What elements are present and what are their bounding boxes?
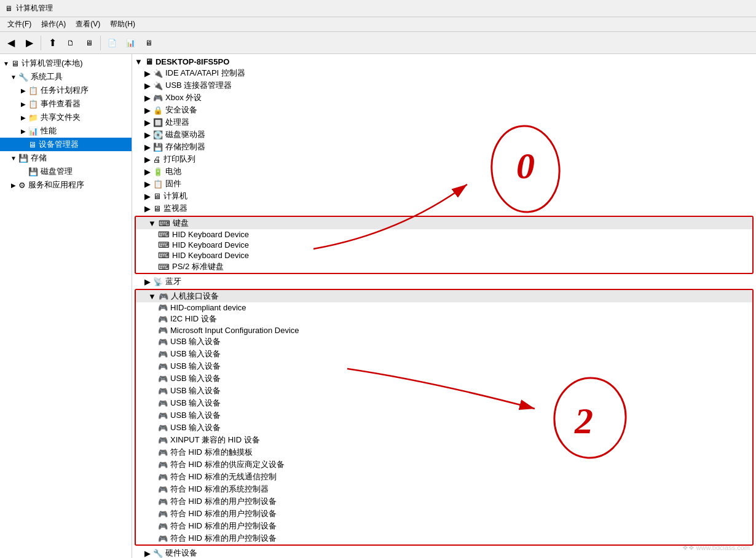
icon-keyboard-main: ⌨: [159, 219, 170, 228]
expand-print: ▶: [144, 155, 151, 164]
tree-monitor[interactable]: ▶ 🖥 监视器: [132, 202, 756, 214]
expand-arrow-device: [20, 141, 27, 148]
tree-user-ctrl-4[interactable]: 🎮 符合 HID 标准的用户控制设备: [136, 532, 752, 544]
icon-print: 🖨: [153, 155, 161, 164]
tree-keyboard[interactable]: ▼ ⌨ 键盘: [136, 217, 752, 229]
sidebar-item-task[interactable]: ▶ 📋 任务计划程序: [0, 84, 132, 97]
tree-hid-kbd-1[interactable]: ⌨ HID Keyboard Device: [136, 229, 752, 240]
sidebar-icon-perf: 📊: [28, 127, 38, 136]
tree-firmware[interactable]: ▶ 📋 固件: [132, 178, 756, 190]
tree-print[interactable]: ▶ 🖨 打印队列: [132, 153, 756, 165]
tree-usb-input-2[interactable]: 🎮 USB 输入设备: [136, 348, 752, 360]
label-monitor: 监视器: [163, 203, 187, 214]
title-bar-text: 计算机管理: [16, 3, 53, 14]
menu-file[interactable]: 文件(F): [2, 18, 36, 31]
tree-wireless[interactable]: 🎮 符合 HID 标准的无线通信控制: [136, 471, 752, 483]
sidebar-icon-disk: 💾: [28, 167, 38, 176]
icon-usb: 🔌: [153, 81, 163, 90]
tree-security[interactable]: ▶ 🔒 安全设备: [132, 104, 756, 116]
tree-hid-kbd-2[interactable]: ⌨ HID Keyboard Device: [136, 240, 752, 250]
toolbar-console[interactable]: 📄: [103, 34, 120, 52]
label-hid-kbd-3: HID Keyboard Device: [172, 251, 249, 260]
tree-usb[interactable]: ▶ 🔌 USB 连接器管理器: [132, 79, 756, 92]
tree-xbox[interactable]: ▶ 🎮 Xbox 外设: [132, 92, 756, 104]
menu-help[interactable]: 帮助(H): [105, 18, 140, 31]
tree-ps2-kbd[interactable]: ⌨ PS/2 标准键盘: [136, 261, 752, 273]
tree-sys-ctrl[interactable]: 🎮 符合 HID 标准的系统控制器: [136, 483, 752, 495]
toolbar: ◀ ▶ ⬆ 🗋 🖥 📄 📊 🖥: [0, 32, 756, 54]
expand-xbox: ▶: [144, 93, 151, 103]
toolbar-up[interactable]: ⬆: [44, 34, 61, 52]
sidebar-icon-device: 🖥: [28, 140, 36, 149]
toolbar-properties[interactable]: 🖥: [81, 34, 98, 52]
icon-hid-kbd-1: ⌨: [158, 230, 170, 239]
tree-hid-main[interactable]: ▼ 🎮 人机接口设备: [136, 290, 752, 302]
label-wireless: 符合 HID 标准的无线通信控制: [170, 471, 277, 482]
expand-storage-ctrl: ▶: [144, 143, 151, 152]
tree-usb-input-7[interactable]: 🎮 USB 输入设备: [136, 409, 752, 422]
sidebar-item-shared[interactable]: ▶ 📁 共享文件夹: [0, 111, 132, 124]
icon-hardware: 🔧: [153, 549, 163, 558]
tree-ms-input[interactable]: 🎮 Microsoft Input Configuration Device: [136, 325, 752, 336]
tree-storage-ctrl[interactable]: ▶ 💾 存储控制器: [132, 141, 756, 153]
sidebar-item-disk[interactable]: 💾 磁盘管理: [0, 165, 132, 178]
tree-battery[interactable]: ▶ 🔋 电池: [132, 165, 756, 178]
toolbar-show-hide[interactable]: 🗋: [62, 34, 79, 52]
tree-user-ctrl-1[interactable]: 🎮 符合 HID 标准的用户控制设备: [136, 495, 752, 508]
tree-bluetooth[interactable]: ▶ 📡 蓝⁠牙: [132, 275, 756, 288]
tree-ide[interactable]: ▶ 🔌 IDE ATA/ATAPI 控制器: [132, 67, 756, 79]
sidebar-item-storage[interactable]: ▼ 💾 存储: [0, 151, 132, 165]
label-firmware: 固件: [165, 178, 181, 189]
tree-cpu[interactable]: ▶ 🔲 处理器: [132, 116, 756, 128]
label-disk-drive: 磁盘驱动器: [165, 129, 205, 140]
sidebar-item-perf[interactable]: ▶ 📊 性能: [0, 124, 132, 138]
expand-arrow-storage: ▼: [10, 154, 17, 162]
toolbar-forward[interactable]: ▶: [21, 34, 38, 52]
toolbar-back[interactable]: ◀: [2, 34, 20, 52]
tree-usb-input-8[interactable]: 🎮 USB 输入设备: [136, 422, 752, 434]
tree-vendor[interactable]: 🎮 符合 HID 标准的供应商定义设备: [136, 458, 752, 471]
tree-usb-input-3[interactable]: 🎮 USB 输入设备: [136, 360, 752, 372]
sidebar-label-task: 任务计划程序: [41, 85, 89, 96]
tree-user-ctrl-2[interactable]: 🎮 符合 HID 标准的用户控制设备: [136, 508, 752, 520]
tree-root[interactable]: ▼ 🖥 DESKTOP-8IFS5PO: [132, 57, 756, 67]
sidebar-item-system[interactable]: ▼ 🔧 系统工具: [0, 70, 132, 84]
sidebar-icon-root: 🖥: [11, 59, 19, 68]
toolbar-window[interactable]: 📊: [122, 34, 139, 52]
tree-usb-input-4[interactable]: 🎮 USB 输入设备: [136, 372, 752, 385]
sidebar-label-services: 服务和应用程序: [28, 179, 84, 191]
tree-hid-kbd-3[interactable]: ⌨ HID Keyboard Device: [136, 250, 752, 261]
sidebar-item-root[interactable]: ▼ 🖥 计算机管理(本地): [0, 57, 132, 70]
sidebar-item-event[interactable]: ▶ 📋 事件查看器: [0, 97, 132, 111]
sidebar-icon-services: ⚙: [18, 181, 26, 190]
label-usb-input-2: USB 输入设备: [170, 348, 221, 360]
sidebar-item-services[interactable]: ▶ ⚙ 服务和应用程序: [0, 178, 132, 192]
toolbar-device[interactable]: 🖥: [140, 34, 157, 52]
tree-xinput[interactable]: 🎮 XINPUT 兼容的 HID 设备: [136, 434, 752, 446]
menu-action[interactable]: 操作(A): [36, 18, 71, 31]
label-usb-input-5: USB 输入设备: [170, 385, 221, 396]
icon-battery: 🔋: [153, 167, 163, 176]
tree-usb-input-1[interactable]: 🎮 USB 输入设备: [136, 336, 752, 348]
tree-computer[interactable]: ▶ 🖥 计算机: [132, 190, 756, 202]
label-usb: USB 连接器管理器: [165, 80, 232, 91]
label-root: DESKTOP-8IFS5PO: [156, 57, 229, 66]
icon-xbox: 🎮: [153, 93, 163, 103]
tree-i2c[interactable]: 🎮 I2C HID 设备: [136, 313, 752, 325]
sidebar-label-disk: 磁盘管理: [41, 166, 73, 177]
label-ps2-kbd: PS/2 标准键盘: [172, 261, 224, 272]
tree-usb-input-6[interactable]: 🎮 USB 输入设备: [136, 397, 752, 409]
sidebar-icon-system: 🔧: [18, 73, 28, 82]
tree-hardware[interactable]: ▶ 🔧 硬件设备: [132, 547, 756, 558]
tree-user-ctrl-3[interactable]: 🎮 符合 HID 标准的用户控制设备: [136, 520, 752, 532]
sidebar-item-device-mgr[interactable]: 🖥 设备管理器: [0, 138, 132, 151]
sidebar-label-event: 事件查看器: [41, 98, 81, 109]
watermark: ❖❖ www.bdclass.com: [682, 544, 750, 552]
tree-hid-compliant[interactable]: 🎮 HID-compliant device: [136, 302, 752, 313]
icon-vendor: 🎮: [158, 460, 168, 470]
menu-view[interactable]: 查看(V): [71, 18, 105, 31]
menu-bar: 文件(F) 操作(A) 查看(V) 帮助(H): [0, 17, 756, 32]
tree-disk-drive[interactable]: ▶ 💽 磁盘驱动器: [132, 128, 756, 141]
tree-usb-input-5[interactable]: 🎮 USB 输入设备: [136, 385, 752, 397]
tree-touchpad[interactable]: 🎮 符合 HID 标准的触摸板: [136, 446, 752, 458]
